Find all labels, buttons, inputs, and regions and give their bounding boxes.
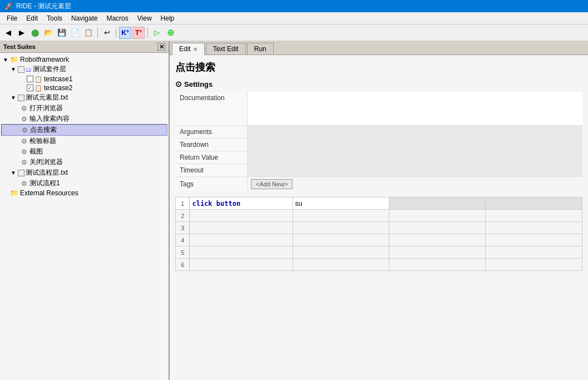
field-value-documentation[interactable] bbox=[248, 92, 582, 125]
tree-elements-file[interactable]: ▼ 测试元素层.txt bbox=[1, 92, 167, 103]
tree-testcase2[interactable]: ✓ 📋 testcase2 bbox=[1, 83, 167, 92]
tab-text-edit[interactable]: Text Edit bbox=[206, 43, 246, 55]
tree-robotframework[interactable]: ▼ 📁 Robotframework bbox=[1, 55, 167, 64]
keyword-cell-6[interactable] bbox=[190, 259, 293, 271]
gear-icon-3: ⚙ bbox=[22, 126, 28, 134]
menu-tools[interactable]: Tools bbox=[42, 13, 67, 23]
arg-cell-2-2[interactable] bbox=[389, 210, 485, 222]
toolbar: ◀ ▶ ⬤ 📂 💾 📄 📋 ↩ K° T° ▷ ⊕ bbox=[0, 24, 588, 41]
menu-file[interactable]: File bbox=[2, 13, 22, 23]
tree-area: ▼ 📁 Robotframework ▼ 🗂 测试套件层 📋 testcase1 bbox=[0, 53, 169, 380]
arg-cell-1-3[interactable] bbox=[486, 198, 582, 210]
menu-edit[interactable]: Edit bbox=[22, 13, 42, 23]
expand-flow[interactable]: ▼ bbox=[10, 170, 17, 176]
tab-edit-close[interactable]: ✕ bbox=[193, 46, 197, 52]
menu-navigate[interactable]: Navigate bbox=[67, 13, 102, 23]
row-num-5: 5 bbox=[176, 246, 190, 259]
title-bar: 🚀 RIDE - 测试元素层 bbox=[0, 0, 588, 12]
arg-cell-3-1[interactable] bbox=[293, 222, 389, 234]
expand-external bbox=[2, 190, 9, 196]
arg-cell-1-1[interactable]: su bbox=[293, 198, 389, 210]
toolbar-new[interactable]: 📄 bbox=[69, 27, 81, 39]
toolbar-newfile[interactable]: 📋 bbox=[82, 27, 95, 39]
tree-click-search[interactable]: ⚙ 点击搜索 bbox=[1, 124, 167, 136]
arg-cell-5-1[interactable] bbox=[293, 246, 389, 259]
left-panel: Test Suites ✕ ▼ 📁 Robotframework ▼ 🗂 测试套… bbox=[0, 41, 170, 380]
arg-cell-4-1[interactable] bbox=[293, 234, 389, 246]
table-row-5: 5 bbox=[176, 246, 582, 259]
toolbar-undo[interactable]: ↩ bbox=[101, 27, 113, 39]
tree-flow1[interactable]: ⚙ 测试流程1 bbox=[1, 178, 167, 189]
table-row-4: 4 bbox=[176, 234, 582, 246]
row-num-6: 6 bbox=[176, 259, 190, 271]
checkbox-testcase2[interactable]: ✓ bbox=[27, 85, 33, 91]
gear-icon-5: ⚙ bbox=[21, 148, 27, 156]
arg-cell-6-2[interactable] bbox=[389, 259, 485, 271]
toolbar-back[interactable]: ◀ bbox=[2, 27, 14, 39]
tree-open-browser[interactable]: ⚙ 打开浏览器 bbox=[1, 103, 167, 113]
keyword-cell-1[interactable]: click button bbox=[190, 198, 293, 210]
arg-cell-6-3[interactable] bbox=[486, 259, 582, 271]
tree-testcase1[interactable]: 📋 testcase1 bbox=[1, 75, 167, 83]
expand-testsuites[interactable]: ▼ bbox=[10, 66, 17, 73]
toolbar-save[interactable]: 💾 bbox=[56, 27, 68, 39]
tree-label-close-browser: 关闭浏览器 bbox=[29, 157, 63, 167]
field-value-arguments[interactable] bbox=[248, 126, 582, 138]
tree-verify-title[interactable]: ⚙ 检验标题 bbox=[1, 136, 167, 146]
table-row-6: 6 bbox=[176, 259, 582, 271]
field-value-tags: <Add New> bbox=[248, 177, 296, 191]
toolbar-forward[interactable]: ▶ bbox=[16, 27, 28, 39]
checkbox-testcase1[interactable] bbox=[27, 76, 33, 82]
tree-screenshot[interactable]: ⚙ 截图 bbox=[1, 146, 167, 157]
arg-cell-6-1[interactable] bbox=[293, 259, 389, 271]
left-panel-close[interactable]: ✕ bbox=[157, 43, 165, 51]
tab-run[interactable]: Run bbox=[247, 43, 274, 55]
toolbar-open[interactable]: 📂 bbox=[42, 27, 55, 39]
tab-edit[interactable]: Edit ✕ bbox=[172, 43, 205, 55]
table-row-1: 1 click button su bbox=[176, 198, 582, 210]
field-value-returnvalue[interactable] bbox=[248, 151, 582, 164]
tree-flow-file[interactable]: ▼ 测试流程层.txt bbox=[1, 167, 167, 178]
tree-label-testsuites: 测试套件层 bbox=[33, 65, 66, 74]
settings-collapse-icon: ⊙ bbox=[175, 80, 182, 88]
keyword-cell-5[interactable] bbox=[190, 246, 293, 259]
keyword-cell-2[interactable] bbox=[190, 210, 293, 222]
arg-cell-3-2[interactable] bbox=[389, 222, 485, 234]
field-value-timeout[interactable] bbox=[248, 164, 582, 176]
keyword-cell-3[interactable] bbox=[190, 222, 293, 234]
tree-external[interactable]: 📁 External Resources bbox=[1, 189, 167, 198]
arg-cell-4-2[interactable] bbox=[389, 234, 485, 246]
toolbar-sep-2 bbox=[116, 28, 116, 38]
data-grid: 1 click button su 2 3 bbox=[175, 197, 582, 271]
arg-cell-2-3[interactable] bbox=[486, 210, 582, 222]
settings-header[interactable]: ⊙ Settings bbox=[175, 80, 582, 88]
tab-run-label: Run bbox=[254, 45, 266, 53]
tree-testsuites[interactable]: ▼ 🗂 测试套件层 bbox=[1, 64, 167, 75]
row-num-1: 1 bbox=[176, 198, 190, 210]
toolbar-run[interactable]: ▷ bbox=[151, 27, 163, 39]
arg-cell-1-2[interactable] bbox=[389, 198, 485, 210]
arg-cell-5-2[interactable] bbox=[389, 246, 485, 259]
tree-close-browser[interactable]: ⚙ 关闭浏览器 bbox=[1, 157, 167, 167]
tree-label-flow: 测试流程层.txt bbox=[26, 168, 68, 177]
toolbar-t[interactable]: T° bbox=[132, 27, 145, 39]
menu-help[interactable]: Help bbox=[156, 13, 179, 23]
toolbar-add[interactable]: ⊕ bbox=[164, 27, 176, 39]
field-label-teardown: Teardown bbox=[175, 139, 248, 151]
keyword-cell-4[interactable] bbox=[190, 234, 293, 246]
arg-cell-2-1[interactable] bbox=[293, 210, 389, 222]
expand-robotframework[interactable]: ▼ bbox=[2, 56, 9, 63]
arg-cell-4-3[interactable] bbox=[486, 234, 582, 246]
expand-elements[interactable]: ▼ bbox=[10, 95, 17, 101]
menu-macros[interactable]: Macros bbox=[102, 13, 132, 23]
arg-cell-5-3[interactable] bbox=[486, 246, 582, 259]
arg-cell-3-3[interactable] bbox=[486, 222, 582, 234]
field-value-teardown[interactable] bbox=[248, 139, 582, 151]
toolbar-k[interactable]: K° bbox=[119, 27, 131, 39]
add-new-button[interactable]: <Add New> bbox=[251, 179, 293, 189]
table-row-3: 3 bbox=[176, 222, 582, 234]
toolbar-stop[interactable]: ⬤ bbox=[29, 27, 41, 39]
menu-view[interactable]: View bbox=[133, 13, 156, 23]
tree-label-verify-title: 检验标题 bbox=[29, 136, 56, 146]
tree-input-search[interactable]: ⚙ 输入搜索内容 bbox=[1, 113, 167, 124]
